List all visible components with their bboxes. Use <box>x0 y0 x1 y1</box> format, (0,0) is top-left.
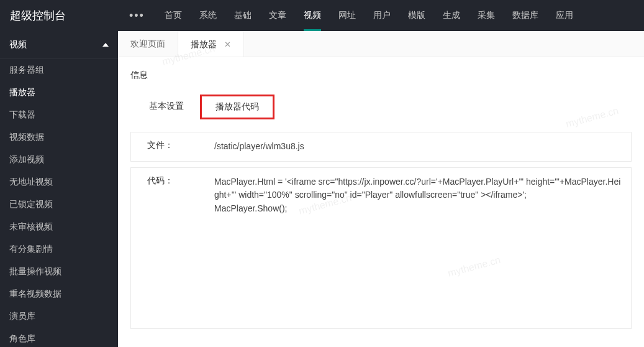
top-menu-item-11[interactable]: 应用 <box>547 0 582 31</box>
sidebar-item-12[interactable]: 角色库 <box>0 328 118 347</box>
code-row: 代码： MacPlayer.Html = '<iframe src="https… <box>130 167 632 329</box>
sidebar-item-3[interactable]: 视频数据 <box>0 126 118 149</box>
sidebar-item-0[interactable]: 服务器组 <box>0 59 118 81</box>
top-menu-item-0[interactable]: 首页 <box>156 0 191 31</box>
topbar: 超级控制台 ••• 首页系统基础文章视频网址用户模版生成采集数据库应用 <box>0 0 644 31</box>
close-icon[interactable]: ✕ <box>224 40 231 49</box>
sidebar-item-1[interactable]: 播放器 <box>0 81 118 104</box>
top-menu-item-7[interactable]: 模版 <box>399 0 434 31</box>
file-row: 文件： /static/player/wlm3u8.js <box>130 132 632 162</box>
top-menu-item-4[interactable]: 视频 <box>295 0 330 31</box>
main: 欢迎页面播放器✕ 信息 基本设置 播放器代码 文件： /static/playe… <box>118 31 644 347</box>
caret-up-icon <box>102 43 109 47</box>
file-label: 文件： <box>131 132 206 161</box>
top-menu-item-1[interactable]: 系统 <box>191 0 225 31</box>
logo: 超级控制台 <box>0 8 118 23</box>
code-value[interactable]: MacPlayer.Html = '<iframe src="https://j… <box>206 168 631 223</box>
top-menu-item-5[interactable]: 网址 <box>330 0 365 31</box>
content-tab-label: 欢迎页面 <box>130 39 165 50</box>
sidebar-item-5[interactable]: 无地址视频 <box>0 171 118 193</box>
sidebar-item-10[interactable]: 重名视频数据 <box>0 283 118 305</box>
top-menu-item-2[interactable]: 基础 <box>225 0 260 31</box>
tab-basic-settings[interactable]: 基本设置 <box>139 95 194 119</box>
tab-player-code[interactable]: 播放器代码 <box>200 95 274 119</box>
sidebar-item-8[interactable]: 有分集剧情 <box>0 238 118 261</box>
file-value[interactable]: /static/player/wlm3u8.js <box>206 132 631 161</box>
sidebar-item-4[interactable]: 添加视频 <box>0 149 118 171</box>
sidebar-item-9[interactable]: 批量操作视频 <box>0 261 118 283</box>
top-menu: 首页系统基础文章视频网址用户模版生成采集数据库应用 <box>156 0 582 31</box>
code-label: 代码： <box>131 168 206 194</box>
sidebar-item-6[interactable]: 已锁定视频 <box>0 193 118 216</box>
sidebar-item-2[interactable]: 下载器 <box>0 104 118 126</box>
content-tab-label: 播放器 <box>191 39 217 50</box>
sidebar-group-video[interactable]: 视频 <box>0 31 118 59</box>
sidebar: 视频 服务器组播放器下载器视频数据添加视频无地址视频已锁定视频未审核视频有分集剧… <box>0 31 118 347</box>
content-tab-0[interactable]: 欢迎页面 <box>118 31 178 57</box>
content: 信息 基本设置 播放器代码 文件： /static/player/wlm3u8.… <box>118 57 644 347</box>
top-menu-more[interactable]: ••• <box>118 9 156 22</box>
top-menu-item-9[interactable]: 采集 <box>469 0 504 31</box>
top-menu-item-6[interactable]: 用户 <box>365 0 399 31</box>
content-tabs: 欢迎页面播放器✕ <box>118 31 644 57</box>
top-menu-item-8[interactable]: 生成 <box>434 0 469 31</box>
sidebar-group-label: 视频 <box>9 39 27 50</box>
top-menu-item-3[interactable]: 文章 <box>260 0 295 31</box>
sidebar-item-7[interactable]: 未审核视频 <box>0 216 118 238</box>
top-menu-item-10[interactable]: 数据库 <box>504 0 547 31</box>
inner-tabs: 基本设置 播放器代码 <box>130 95 632 119</box>
sidebar-item-11[interactable]: 演员库 <box>0 305 118 328</box>
content-tab-1[interactable]: 播放器✕ <box>178 31 244 57</box>
section-title: 信息 <box>130 70 632 81</box>
